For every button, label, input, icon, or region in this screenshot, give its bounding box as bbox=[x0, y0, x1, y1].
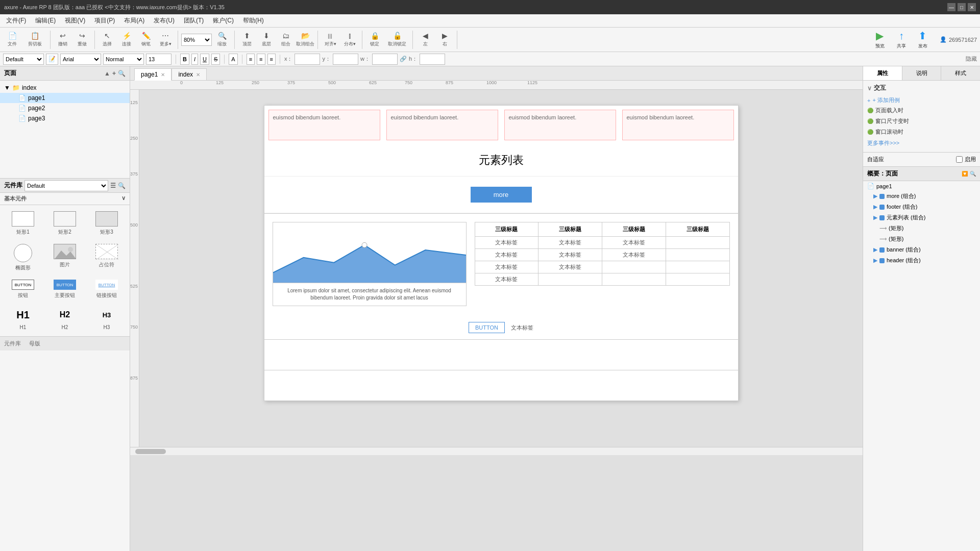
bottom-layer-button[interactable]: ⬇ 底层 bbox=[257, 32, 276, 48]
tab-index[interactable]: index ✕ bbox=[172, 68, 207, 80]
menu-project[interactable]: 项目(P) bbox=[90, 15, 119, 26]
group-button[interactable]: 🗂 组合 bbox=[277, 32, 295, 48]
maximize-button[interactable]: □ bbox=[958, 3, 966, 11]
comp-primary-btn[interactable]: BUTTON 主要按钮 bbox=[46, 278, 84, 301]
components-library-select[interactable]: Default bbox=[24, 180, 108, 191]
style-select[interactable]: Normal bbox=[103, 54, 144, 65]
interaction-collapse[interactable]: ∨ bbox=[867, 85, 872, 92]
underline-button[interactable]: U bbox=[200, 54, 209, 65]
canvas-button[interactable]: BUTTON bbox=[469, 322, 505, 333]
font-size-input[interactable] bbox=[146, 54, 172, 65]
h-input[interactable] bbox=[420, 54, 445, 65]
top-layer-button[interactable]: ⬆ 顶层 bbox=[238, 32, 256, 48]
outline-item-footer[interactable]: ▶ footer (组合) bbox=[863, 202, 980, 212]
outline-item-more[interactable]: ▶ more (组合) bbox=[863, 191, 980, 202]
select-tool[interactable]: ↖ 选择 bbox=[98, 32, 116, 48]
font-select[interactable]: Arial bbox=[60, 54, 101, 65]
comp-h1[interactable]: H1 H1 bbox=[4, 305, 42, 332]
comp-image[interactable]: 图片 bbox=[46, 242, 84, 273]
menu-publish[interactable]: 发布(U) bbox=[150, 15, 179, 26]
page-item-page3[interactable]: 📄 page3 bbox=[0, 113, 130, 123]
hscroll-thumb[interactable] bbox=[135, 449, 166, 454]
more-button[interactable]: more bbox=[471, 187, 532, 203]
outline-filter-button[interactable]: 🔽 bbox=[962, 171, 968, 177]
tab-index-close[interactable]: ✕ bbox=[196, 72, 200, 78]
enable-checkbox[interactable] bbox=[956, 156, 963, 163]
menu-view[interactable]: 视图(V) bbox=[61, 15, 89, 26]
menu-layout[interactable]: 布局(A) bbox=[120, 15, 149, 26]
close-button[interactable]: ✕ bbox=[968, 3, 976, 11]
preview-button[interactable]: ▶ 预览 bbox=[871, 28, 889, 52]
tab-style[interactable]: 样式 bbox=[941, 66, 980, 80]
comp-placeholder[interactable]: 占位符 bbox=[88, 242, 126, 273]
comp-rect2[interactable]: 矩形2 bbox=[46, 209, 84, 238]
comp-h2[interactable]: H2 H2 bbox=[46, 305, 84, 332]
tab-masters[interactable]: 母版 bbox=[29, 340, 40, 347]
outline-search-button[interactable]: 🔍 bbox=[970, 171, 976, 177]
new-file-button[interactable]: 📄 文件 bbox=[3, 32, 21, 48]
menu-team[interactable]: 团队(T) bbox=[180, 15, 208, 26]
page-item-page1[interactable]: 📄 page1 bbox=[0, 93, 130, 103]
more-events-button[interactable]: 更多事件>>> bbox=[867, 137, 976, 149]
connect-tool[interactable]: ⚡ 连接 bbox=[117, 32, 136, 48]
left-button[interactable]: ◀ 左 bbox=[416, 32, 434, 48]
unlock-button[interactable]: 🔓 取消锁定 bbox=[385, 32, 409, 48]
menu-account[interactable]: 账户(C) bbox=[209, 15, 238, 26]
event-window-resize[interactable]: 🟢 窗口尺寸变时 bbox=[867, 116, 976, 127]
tab-properties[interactable]: 属性 bbox=[863, 66, 902, 80]
zoom-select[interactable]: 80% 100% 150% bbox=[181, 34, 212, 46]
pages-collapse-icon[interactable]: ▲ bbox=[104, 70, 110, 77]
comp-rect1[interactable]: 矩形1 bbox=[4, 209, 42, 238]
page-folder-index[interactable]: ▼ 📁 index bbox=[0, 83, 130, 93]
outline-item-rect2[interactable]: ⟶ (矩形) bbox=[863, 234, 980, 244]
outline-item-rect1[interactable]: ⟶ (矩形) bbox=[863, 223, 980, 234]
italic-button[interactable]: I bbox=[191, 54, 198, 65]
align-center-button[interactable]: ≡ bbox=[257, 54, 265, 65]
canvas-scroll[interactable]: 0 125 250 375 500 625 750 875 1000 1125 … bbox=[130, 81, 863, 551]
pen-tool[interactable]: ✏️ 钢笔 bbox=[137, 32, 155, 48]
align-left-button[interactable]: ≡ bbox=[247, 54, 255, 65]
comp-h3[interactable]: H3 H3 bbox=[88, 305, 126, 332]
tab-page1[interactable]: page1 ✕ bbox=[134, 68, 172, 81]
right-button[interactable]: ▶ 右 bbox=[435, 32, 454, 48]
more-tools[interactable]: ⋯ 更多▾ bbox=[156, 32, 175, 48]
strikethrough-button[interactable]: S bbox=[211, 54, 220, 65]
minimize-button[interactable]: — bbox=[947, 3, 955, 11]
outline-item-page1[interactable]: 📄 page1 bbox=[863, 181, 980, 191]
tab-page1-close[interactable]: ✕ bbox=[161, 72, 165, 78]
event-window-scroll[interactable]: 🟢 窗口滚动时 bbox=[867, 127, 976, 137]
menu-edit[interactable]: 编辑(E) bbox=[31, 15, 60, 26]
clipboard-button[interactable]: 📋 剪切板 bbox=[22, 32, 47, 48]
w-input[interactable] bbox=[372, 54, 398, 65]
outline-item-elements[interactable]: ▶ 元素列表 (组合) bbox=[863, 212, 980, 223]
add-example-button[interactable]: + + 添加用例 bbox=[867, 95, 976, 105]
tab-components[interactable]: 元件库 bbox=[4, 340, 21, 347]
align-right-button[interactable]: ≡ bbox=[267, 54, 276, 65]
page-item-page2[interactable]: 📄 page2 bbox=[0, 103, 130, 113]
horizontal-scrollbar[interactable] bbox=[130, 447, 863, 455]
menu-file[interactable]: 文件(F) bbox=[2, 15, 30, 26]
x-input[interactable] bbox=[295, 54, 320, 65]
components-search-icon[interactable]: 🔍 bbox=[118, 182, 126, 189]
y-input[interactable] bbox=[333, 54, 358, 65]
page-default-select[interactable]: Default bbox=[3, 54, 44, 65]
ungroup-button[interactable]: 📂 取消组合 bbox=[296, 32, 314, 48]
pages-add-icon[interactable]: + bbox=[112, 70, 116, 77]
comp-link-btn[interactable]: BUTTON 链接按钮 bbox=[88, 278, 126, 301]
bold-button[interactable]: B bbox=[180, 54, 189, 65]
outline-item-banner[interactable]: ▶ banner (组合) bbox=[863, 244, 980, 255]
redo-button[interactable]: ↪ 重做 bbox=[73, 32, 91, 48]
align-button[interactable]: ⫼ 对齐▾ bbox=[321, 32, 339, 48]
undo-button[interactable]: ↩ 撤销 bbox=[54, 32, 72, 48]
outline-item-header[interactable]: ▶ header (组合) bbox=[863, 255, 980, 266]
publish-button[interactable]: ⬆ 发布 bbox=[914, 28, 932, 52]
pages-search-icon[interactable]: 🔍 bbox=[118, 70, 126, 77]
page-edit-button[interactable]: 📝 bbox=[46, 54, 58, 65]
comp-rect3[interactable]: 矩形3 bbox=[88, 209, 126, 238]
distribute-button[interactable]: ⫿ 分布▾ bbox=[340, 32, 359, 48]
components-menu-icon[interactable]: ☰ bbox=[110, 182, 116, 189]
font-color-button[interactable]: A bbox=[229, 54, 237, 65]
event-page-load[interactable]: 🟢 页面载入时 bbox=[867, 105, 976, 116]
comp-oval[interactable]: 椭圆形 bbox=[4, 242, 42, 273]
comp-button[interactable]: BUTTON 按钮 bbox=[4, 278, 42, 301]
